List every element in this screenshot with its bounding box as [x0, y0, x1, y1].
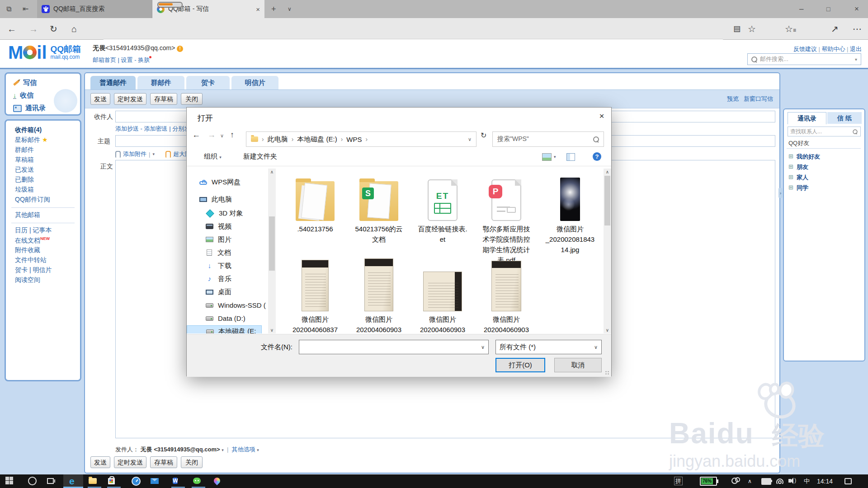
settings-more-icon[interactable]: ⋯: [853, 18, 862, 40]
forward-icon[interactable]: →: [29, 18, 38, 40]
panel-collapse-handle[interactable]: ›: [778, 188, 783, 198]
file-item[interactable]: 微信图片202004060837: [284, 262, 346, 333]
breadcrumb-this-pc[interactable]: 此电脑: [268, 135, 288, 144]
other-options-dropdown-icon[interactable]: ▾: [257, 448, 259, 452]
battery-icon[interactable]: [761, 477, 771, 486]
dialog-nav-item-picture[interactable]: 图片: [187, 234, 231, 245]
preview-pane-icon[interactable]: [566, 153, 575, 162]
task-view-icon[interactable]: [47, 478, 54, 487]
window-back-icon[interactable]: ⇤: [23, 0, 28, 18]
people-icon[interactable]: [731, 477, 738, 486]
dialog-nav-item-download[interactable]: ↓下载: [187, 260, 231, 272]
scheduled-send-button[interactable]: 定时发送: [114, 93, 146, 105]
tab-normal-mail[interactable]: 普通邮件: [90, 76, 136, 89]
open-button[interactable]: 打开(O): [495, 358, 545, 372]
organize-button[interactable]: 组织 ▾: [204, 152, 222, 161]
scrollbar-thumb[interactable]: [269, 216, 275, 271]
sidebar-item-starred[interactable]: 星标邮件 ★: [15, 136, 47, 144]
cancel-button[interactable]: 取消: [554, 358, 602, 372]
sidebar-item-subscription[interactable]: QQ邮件订阅: [15, 196, 50, 204]
file-item[interactable]: 微信图片202004060903: [412, 262, 473, 333]
mail-search-box[interactable]: 邮件搜索... ▾: [747, 53, 861, 65]
taskbar-edge-icon[interactable]: e: [69, 477, 75, 486]
contact-search-box[interactable]: 查找联系人...: [788, 127, 861, 136]
wifi-icon[interactable]: [776, 477, 783, 486]
ime-pinyin-badge[interactable]: 拼: [674, 477, 683, 485]
dialog-nav-item-video[interactable]: 视频: [187, 221, 231, 232]
sidebar-item-reading-space[interactable]: 阅读空间: [15, 276, 40, 284]
breadcrumb-dropdown-icon[interactable]: ∨: [468, 136, 472, 142]
back-icon[interactable]: ←: [7, 18, 16, 40]
taskbar-map-pin-icon[interactable]: [214, 477, 220, 486]
start-button[interactable]: [5, 477, 13, 486]
tab-contacts[interactable]: 通讯录: [788, 112, 826, 124]
new-tab-icon[interactable]: +: [271, 0, 276, 18]
sidebar-item-greeting-cards[interactable]: 贺卡 | 明信片: [15, 266, 52, 274]
sidebar-item-other-mailbox[interactable]: 其他邮箱: [15, 211, 40, 219]
window-minimize-icon[interactable]: –: [799, 0, 803, 18]
qqmail-logo[interactable]: M il QQ邮箱 mail.qq.com: [8, 43, 81, 61]
file-item[interactable]: P鄂尔多斯应用技术学院疫情防控期学生情况统计表.pdf: [476, 171, 537, 265]
from-dropdown-icon[interactable]: ▾: [222, 448, 224, 452]
window-maximize-icon[interactable]: □: [826, 0, 830, 18]
scrollbar-thumb[interactable]: [604, 176, 610, 225]
cortana-icon[interactable]: [28, 477, 37, 486]
help-link[interactable]: 帮助中心: [821, 46, 845, 52]
taskbar-wps-icon[interactable]: W: [173, 477, 178, 486]
dialog-search-box[interactable]: 搜索"WPS": [492, 131, 604, 147]
dialog-refresh-icon[interactable]: ↻: [481, 131, 486, 140]
dialog-nav-item-cube[interactable]: 3D 对象: [187, 207, 243, 219]
other-options-link[interactable]: 其他选项: [232, 446, 255, 453]
cc-bcc-links[interactable]: 添加抄送 - 添加密送 | 分别发送: [115, 125, 196, 133]
view-dropdown-icon[interactable]: ▾: [554, 155, 556, 159]
header-nav-links[interactable]: 邮箱首页 | 设置 - 换肤: [93, 56, 150, 64]
tab-group-mail[interactable]: 群邮件: [137, 76, 184, 89]
preview-link[interactable]: 预览: [727, 95, 739, 102]
search-dropdown-icon[interactable]: ▾: [855, 57, 857, 62]
reading-view-icon[interactable]: ▤: [733, 18, 741, 40]
sidebar-item-inbox[interactable]: 收件箱(4): [15, 126, 42, 134]
dialog-back-icon[interactable]: ←: [192, 130, 200, 140]
dialog-forward-icon[interactable]: →: [208, 130, 216, 140]
dialog-nav-item-drive[interactable]: 本地磁盘 (E:: [187, 325, 262, 333]
file-item[interactable]: 微信图片_20200208184314.jpg: [539, 171, 601, 255]
attachment-dropdown-icon[interactable]: ▾: [152, 152, 155, 156]
taskbar-store-icon[interactable]: [108, 477, 115, 486]
breadcrumb-drive-e[interactable]: 本地磁盘 (E:): [297, 135, 337, 144]
close-button[interactable]: 关闭: [181, 93, 203, 105]
dialog-nav-item-cloud[interactable]: WPS网盘: [187, 176, 241, 188]
dialog-nav-item-drive[interactable]: Windows-SSD (: [187, 299, 266, 311]
browser-tab-baidu[interactable]: QQ邮箱_百度搜索: [37, 0, 152, 18]
favorite-star-icon[interactable]: ☆: [748, 18, 756, 40]
tab-greeting-card[interactable]: 贺卡: [186, 76, 230, 89]
dialog-up-icon[interactable]: ↑: [230, 130, 234, 140]
tab-close-icon[interactable]: ×: [256, 5, 260, 13]
sidebar-item-group-mail[interactable]: 群邮件: [15, 146, 34, 154]
scheduled-send-button-bottom[interactable]: 定时发送: [114, 456, 146, 468]
history-dropdown-icon[interactable]: ∨: [220, 133, 224, 139]
breadcrumb-wps[interactable]: WPS: [346, 136, 362, 143]
taskbar-clock-icon[interactable]: [132, 477, 141, 486]
file-scrollbar[interactable]: ∧ ∨: [604, 169, 611, 333]
sidebar-item-calendar-notes[interactable]: 日历 | 记事本: [15, 226, 52, 235]
contact-group-family[interactable]: ⊞家人: [788, 174, 808, 182]
window-stack-icon[interactable]: ⧉: [6, 0, 11, 18]
tab-stationery[interactable]: 信 纸: [827, 112, 862, 124]
file-item[interactable]: .540213756: [284, 171, 346, 234]
sidebar-item-file-transfer[interactable]: 文件中转站: [15, 256, 47, 264]
contact-group-friends[interactable]: ⊞朋友: [788, 163, 808, 171]
tray-expand-icon[interactable]: ∧: [748, 477, 752, 486]
new-folder-button[interactable]: 新建文件夹: [243, 152, 277, 161]
sidebar-item-attachment-favorites[interactable]: 附件收藏: [15, 246, 40, 254]
file-item[interactable]: S540213756的云文档: [348, 171, 410, 244]
file-item[interactable]: 微信图片202004060903: [476, 262, 537, 333]
taskbar-explorer-icon[interactable]: [89, 477, 97, 486]
help-icon[interactable]: ?: [593, 152, 601, 161]
account-warning-icon[interactable]: !: [177, 46, 183, 52]
dialog-nav-item-document[interactable]: 文档: [187, 247, 231, 258]
window-close-icon[interactable]: ×: [854, 0, 859, 18]
close-button-bottom[interactable]: 关闭: [181, 456, 203, 468]
refresh-icon[interactable]: ↻: [50, 18, 57, 40]
sidebar-item-sent[interactable]: 已发送: [15, 166, 34, 174]
sidebar-item-deleted[interactable]: 已删除: [15, 176, 34, 184]
